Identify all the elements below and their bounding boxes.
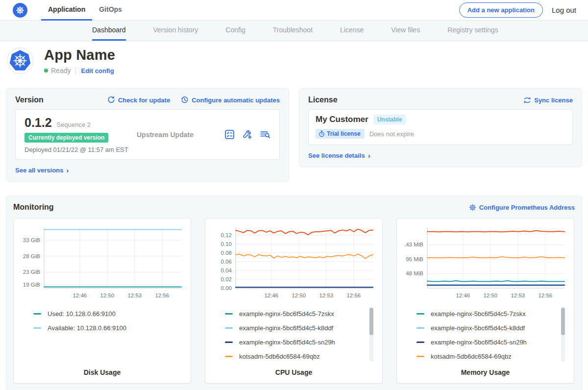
app-sub-nav: Dashboard Version history Config Trouble… <box>0 21 588 41</box>
channel-badge: Unstable <box>373 115 406 124</box>
x-axis-tick: 12:50 <box>292 292 306 298</box>
line-chart: 33 GiB28 GiB23 GiB19 GiB12:4612:5012:531… <box>22 224 184 302</box>
line-chart: 0.120.100.080.060.040.020.0012:4612:5012… <box>213 224 375 302</box>
legend-swatch <box>416 341 424 343</box>
x-axis-tick: 12:56 <box>346 292 361 298</box>
tab-troubleshoot[interactable]: Troubleshoot <box>273 21 313 41</box>
add-application-button[interactable]: Add a new application <box>459 2 543 18</box>
legend-label: Used: 10.128.0.66:9100 <box>48 310 116 317</box>
y-axis-tick: 33 GiB <box>23 237 40 243</box>
configure-prometheus-link[interactable]: Configure Prometheus Address <box>469 204 575 211</box>
logs-search-icon <box>260 129 270 140</box>
sync-license-link[interactable]: Sync license <box>523 97 573 104</box>
current-version-row: 0.1.2 Sequence 2 Currently deployed vers… <box>15 109 280 160</box>
wrench-gear-icon <box>242 129 252 140</box>
y-axis-tick: 0.02 <box>221 276 232 282</box>
edit-config-link[interactable]: Edit config <box>81 67 114 74</box>
legend-swatch <box>225 341 233 343</box>
trial-license-badge: Trial license <box>316 129 365 139</box>
tab-view-files[interactable]: View files <box>391 21 420 41</box>
tab-dashboard[interactable]: Dashboard <box>92 21 126 41</box>
legend-label: example-nginx-5bc6f5d4c5-sn29h <box>239 339 335 346</box>
customer-name: My Customer <box>316 115 368 124</box>
scrollbar-thumb[interactable] <box>561 308 565 335</box>
y-axis-tick: 19 GiB <box>23 282 40 288</box>
license-card: License Sync license My Customer Unstabl… <box>299 88 582 167</box>
stopwatch-icon <box>318 130 325 137</box>
legend-item: kotsadm-5db6dc6584-69qbz <box>416 349 566 364</box>
scrollbar-thumb[interactable] <box>369 308 373 335</box>
legend-item: example-nginx-5bc6f5d4c5-k8ddf <box>416 321 566 335</box>
deploy-logs-button[interactable] <box>260 129 270 140</box>
legend-swatch <box>416 327 424 329</box>
legend-swatch <box>33 313 41 315</box>
license-card-title: License <box>308 96 338 104</box>
x-axis-tick: 12:50 <box>483 292 497 298</box>
version-number: 0.1.2 <box>24 116 52 130</box>
y-axis-tick: 0.08 <box>221 250 232 256</box>
version-card: Version Check for update Configure <box>6 88 289 182</box>
y-axis-tick: 0.04 <box>221 268 232 273</box>
check-for-update-link[interactable]: Check for update <box>107 96 170 104</box>
x-axis-tick: 12:46 <box>264 292 278 298</box>
edit-config-button[interactable] <box>242 129 252 140</box>
legend-label: kotsadm-5db6dc6584-69qbz <box>431 353 512 360</box>
legend-swatch <box>225 327 233 329</box>
legend-swatch <box>225 313 233 315</box>
monitoring-card: Monitoring Configure Prometheus Address <box>6 195 582 390</box>
memory-usage-plot: 143 MiB95 MiB48 MiB12:4612:5012:5312:56 <box>405 224 567 304</box>
tab-config[interactable]: Config <box>225 21 245 41</box>
x-axis-tick: 12:53 <box>127 292 142 298</box>
see-license-details-link[interactable]: See license details › <box>308 152 370 159</box>
legend-item: example-nginx-5bc6f5d4c5-k8ddf <box>225 321 374 335</box>
legend-item: example-nginx-5bc6f5d4c5-7zskx <box>416 307 566 321</box>
x-axis-tick: 12:50 <box>100 292 114 298</box>
y-axis-tick: 0.12 <box>221 232 232 238</box>
legend-scrollbar[interactable] <box>369 308 373 362</box>
divider <box>75 67 76 74</box>
y-axis-tick: 0.10 <box>221 241 232 247</box>
gear-icon <box>469 204 476 211</box>
refresh-icon <box>107 96 115 104</box>
y-axis-tick: 28 GiB <box>23 253 40 259</box>
see-all-versions-link[interactable]: See all versions › <box>15 167 69 174</box>
line-chart: 143 MiB95 MiB48 MiB12:4612:5012:5312:56 <box>405 224 567 302</box>
legend-label: Available: 10.128.0.66:9100 <box>48 324 126 332</box>
configure-automatic-updates-link[interactable]: Configure automatic updates <box>181 96 280 104</box>
legend-label: example-nginx-5bc6f5d4c5-sn29h <box>431 339 527 346</box>
x-axis-tick: 12:53 <box>511 292 525 298</box>
app-logo-icon <box>7 48 33 74</box>
chart-line <box>427 257 564 258</box>
legend-item: example-nginx-5bc6f5d4c5-7zskx <box>225 307 374 321</box>
cpu-usage-chart-card: 0.120.100.080.060.040.020.0012:4612:5012… <box>205 218 383 384</box>
topnav-tab-gitops[interactable]: GitOps <box>92 0 129 21</box>
legend-item: Used: 10.128.0.66:9100 <box>33 307 183 321</box>
legend-label: example-nginx-5bc6f5d4c5-7zskx <box>431 310 526 317</box>
tab-registry-settings[interactable]: Registry settings <box>447 21 498 41</box>
memory-usage-chart-card: 143 MiB95 MiB48 MiB12:4612:5012:5312:56 … <box>396 218 574 384</box>
disk-usage-plot: 33 GiB28 GiB23 GiB19 GiB12:4612:5012:531… <box>22 224 184 304</box>
dashboard-main: Version Check for update Configure <box>0 88 588 390</box>
chart-title: Disk Usage <box>22 368 183 376</box>
ready-status-dot <box>44 69 48 73</box>
update-history-icon <box>181 96 189 104</box>
chevron-right-icon: › <box>368 152 370 159</box>
x-axis-tick: 12:56 <box>155 292 169 298</box>
y-axis-tick: 0.00 <box>221 285 232 291</box>
topnav-tab-application[interactable]: Application <box>41 0 92 21</box>
tab-license[interactable]: License <box>340 21 364 41</box>
legend-scrollbar[interactable] <box>561 308 565 362</box>
chart-line <box>236 254 373 259</box>
version-card-title: Version <box>15 96 44 104</box>
version-diff-button[interactable] <box>224 129 235 140</box>
legend-item: Available: 10.128.0.66:9100 <box>33 321 183 335</box>
chart-title: Memory Usage <box>405 368 566 376</box>
logout-button[interactable]: Log out <box>552 6 576 14</box>
currently-deployed-badge: Currently deployed version <box>24 133 108 143</box>
top-nav: Application GitOps Add a new application… <box>0 0 588 21</box>
legend-swatch <box>225 356 233 357</box>
tab-version-history[interactable]: Version history <box>153 21 198 41</box>
version-source-label: Upstream Update <box>130 131 224 139</box>
legend-label: kotsadm-5db6dc6584-69qbz <box>239 353 320 360</box>
legend-swatch <box>33 327 41 329</box>
